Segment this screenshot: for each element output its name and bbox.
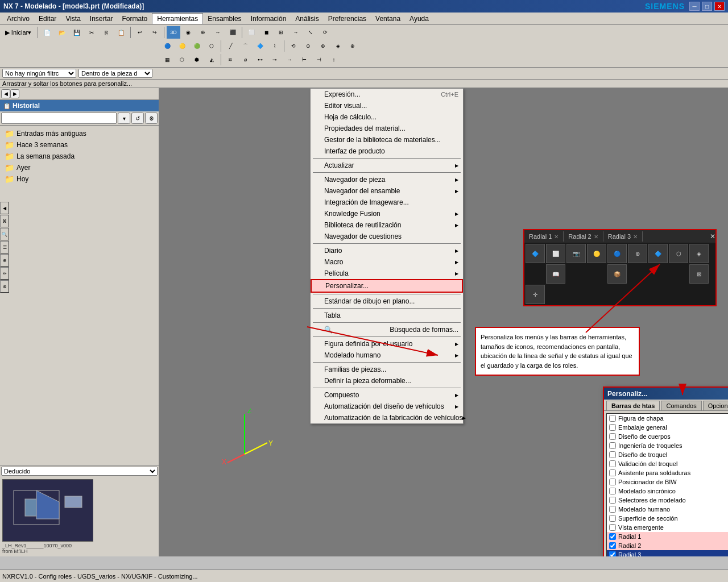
redo-button[interactable]: ↪ bbox=[148, 26, 162, 39]
r-btn-13[interactable]: ✛ bbox=[526, 285, 545, 304]
tree-item-ayer[interactable]: 📁 Ayer bbox=[2, 162, 156, 173]
side-btn-1[interactable]: ◀ bbox=[0, 202, 9, 214]
r-btn-5[interactable]: 🔵 bbox=[607, 244, 627, 263]
menu-navegador-ensamble[interactable]: Navegador del ensamble ▶ bbox=[311, 185, 463, 197]
tb5[interactable]: ⊕ bbox=[196, 26, 210, 39]
check-diseno-troquel[interactable]: Diseño de troquel bbox=[607, 450, 728, 459]
start-button[interactable]: ▶ Iniciar▾ bbox=[1, 26, 35, 39]
tb-r10[interactable]: ⊙ bbox=[301, 40, 315, 52]
menu-herramientas[interactable]: Herramientas bbox=[152, 13, 203, 24]
menu-definir-pieza[interactable]: Definir la pieza deformable... bbox=[311, 375, 463, 386]
tb-s3[interactable]: ⬢ bbox=[190, 53, 204, 66]
tb10[interactable]: ⊞ bbox=[274, 26, 288, 39]
menu-navegador-cuestiones[interactable]: Navegador de cuestiones bbox=[311, 231, 463, 242]
menu-vista[interactable]: Vista bbox=[61, 14, 85, 24]
menu-ventana[interactable]: Ventana bbox=[371, 14, 405, 24]
tree-item-antiguas[interactable]: 📁 Entradas más antiguas bbox=[2, 128, 156, 139]
tb-s9[interactable]: → bbox=[283, 53, 296, 66]
check-modelado-sinc[interactable]: Modelado sincrónico bbox=[607, 487, 728, 496]
cut-button[interactable]: ✂ bbox=[85, 26, 98, 39]
cb-radial-2[interactable] bbox=[609, 542, 616, 549]
menu-biblioteca-reutilizacion[interactable]: Biblioteca de reutilización ▶ bbox=[311, 219, 463, 231]
new-button[interactable]: 📄 bbox=[40, 26, 54, 39]
tb-r6[interactable]: ⌒ bbox=[238, 40, 252, 52]
side-btn-5[interactable]: ⊕ bbox=[0, 254, 9, 267]
cb-vista-emergente[interactable] bbox=[609, 524, 616, 531]
r-btn-4[interactable]: 🟡 bbox=[587, 244, 606, 263]
r-btn-7[interactable]: 🔷 bbox=[648, 244, 668, 263]
side-btn-7[interactable]: ⊗ bbox=[0, 280, 9, 293]
check-posicionador-biw[interactable]: Posicionador de BIW bbox=[607, 477, 728, 487]
menu-busqueda-formas[interactable]: 🔍Búsqueda de formas... bbox=[311, 324, 463, 335]
cb-selectores[interactable] bbox=[609, 497, 616, 504]
tb8[interactable]: ⬜ bbox=[245, 26, 258, 39]
cb-figura-chapa[interactable] bbox=[609, 415, 616, 422]
menu-estandar-dibujo[interactable]: Estándar de dibujo en plano... bbox=[311, 296, 463, 307]
menu-modelado-humano[interactable]: Modelado humano ▶ bbox=[311, 350, 463, 361]
menu-formato[interactable]: Formato bbox=[118, 14, 152, 24]
menu-analisis[interactable]: Análisis bbox=[291, 14, 323, 24]
sidebar-search-input[interactable] bbox=[1, 113, 117, 124]
r-btn-1[interactable]: 🔷 bbox=[526, 244, 545, 263]
radial-3-close[interactable]: ✕ bbox=[633, 234, 638, 240]
tb-s2[interactable]: ⬡ bbox=[175, 53, 189, 66]
check-figura-chapa[interactable]: Figura de chapa bbox=[607, 414, 728, 423]
check-asistente-soldaduras[interactable]: Asistente para soldaduras bbox=[607, 468, 728, 477]
check-selectores[interactable]: Selectores de modelado bbox=[607, 496, 728, 505]
menu-actualizar[interactable]: Actualizar ▶ bbox=[311, 160, 463, 171]
tb-r3[interactable]: 🟢 bbox=[190, 40, 204, 52]
cb-superficie-seccion[interactable] bbox=[609, 515, 616, 522]
undo-button[interactable]: ↩ bbox=[133, 26, 147, 39]
close-button[interactable]: ✕ bbox=[714, 2, 725, 11]
side-btn-6[interactable]: ✏ bbox=[0, 267, 9, 280]
save-button[interactable]: 💾 bbox=[70, 26, 84, 39]
menu-automatizacion-diseno[interactable]: Automatización del diseño de vehículos ▶ bbox=[311, 401, 463, 412]
tb6[interactable]: ↔ bbox=[211, 26, 225, 39]
tb-r5[interactable]: ╱ bbox=[224, 40, 237, 52]
tb-r9[interactable]: ⟲ bbox=[287, 40, 300, 52]
menu-ensambles[interactable]: Ensambles bbox=[203, 14, 246, 24]
tb-r11[interactable]: ⊛ bbox=[316, 40, 330, 52]
r-btn-12[interactable]: ⊠ bbox=[689, 264, 709, 284]
tb-r1[interactable]: 🔵 bbox=[160, 40, 174, 52]
tb-s1[interactable]: ▦ bbox=[160, 53, 174, 66]
cb-embalaje[interactable] bbox=[609, 424, 616, 431]
tb3[interactable]: 3D bbox=[167, 26, 180, 39]
scope-select[interactable]: Dentro de la pieza d bbox=[78, 69, 152, 78]
menu-macro[interactable]: Macro ▶ bbox=[311, 256, 463, 268]
tb-s6[interactable]: ⌀ bbox=[238, 53, 252, 66]
tb12[interactable]: ⤡ bbox=[304, 26, 317, 39]
check-diseno-cuerpos[interactable]: Diseño de cuerpos bbox=[607, 432, 728, 441]
cb-diseno-cuerpos[interactable] bbox=[609, 433, 616, 440]
side-btn-4[interactable]: ☰ bbox=[0, 241, 9, 253]
menu-editar[interactable]: Editar bbox=[34, 14, 61, 24]
menu-diario[interactable]: Diario ▶ bbox=[311, 245, 463, 256]
tree-item-semana[interactable]: 📁 La semana pasada bbox=[2, 151, 156, 162]
cb-diseno-troquel[interactable] bbox=[609, 451, 616, 458]
tb-r13[interactable]: ⊕ bbox=[346, 40, 359, 52]
cb-validacion-troquel[interactable] bbox=[609, 460, 616, 467]
tb-s5[interactable]: ≋ bbox=[224, 53, 237, 66]
menu-archivo[interactable]: Archivo bbox=[2, 14, 34, 24]
menu-insertar[interactable]: Insertar bbox=[85, 14, 118, 24]
check-radial-2[interactable]: Radial 2 bbox=[607, 541, 728, 550]
tb-s7[interactable]: ⊷ bbox=[253, 53, 267, 66]
tb-r2[interactable]: 🟡 bbox=[175, 40, 189, 52]
copy-button[interactable]: ⎘ bbox=[100, 26, 113, 39]
maximize-button[interactable]: □ bbox=[702, 2, 712, 11]
side-btn-2[interactable]: ⌘ bbox=[0, 215, 9, 227]
menu-tabla[interactable]: Tabla bbox=[311, 310, 463, 321]
menu-navegador-pieza[interactable]: Navegador de pieza ▶ bbox=[311, 174, 463, 185]
menu-automatizacion-fabricacion[interactable]: Automatización de la fabricación de vehí… bbox=[311, 412, 463, 423]
minimize-button[interactable]: ─ bbox=[689, 2, 700, 11]
deducido-select[interactable]: Deducido bbox=[1, 467, 158, 476]
check-modelado-humano[interactable]: Modelado humano bbox=[607, 505, 728, 514]
radial-tab-2[interactable]: Radial 2 ✕ bbox=[564, 231, 603, 242]
paste-button[interactable]: 📋 bbox=[114, 26, 128, 39]
tb11[interactable]: → bbox=[289, 26, 303, 39]
menu-familias-piezas[interactable]: Familias de piezas... bbox=[311, 364, 463, 375]
side-btn-3[interactable]: 🔍 bbox=[0, 228, 9, 240]
cb-radial-3[interactable] bbox=[609, 551, 616, 556]
cb-asistente-soldaduras[interactable] bbox=[609, 469, 616, 476]
r-btn-2[interactable]: ⬜ bbox=[546, 244, 565, 263]
